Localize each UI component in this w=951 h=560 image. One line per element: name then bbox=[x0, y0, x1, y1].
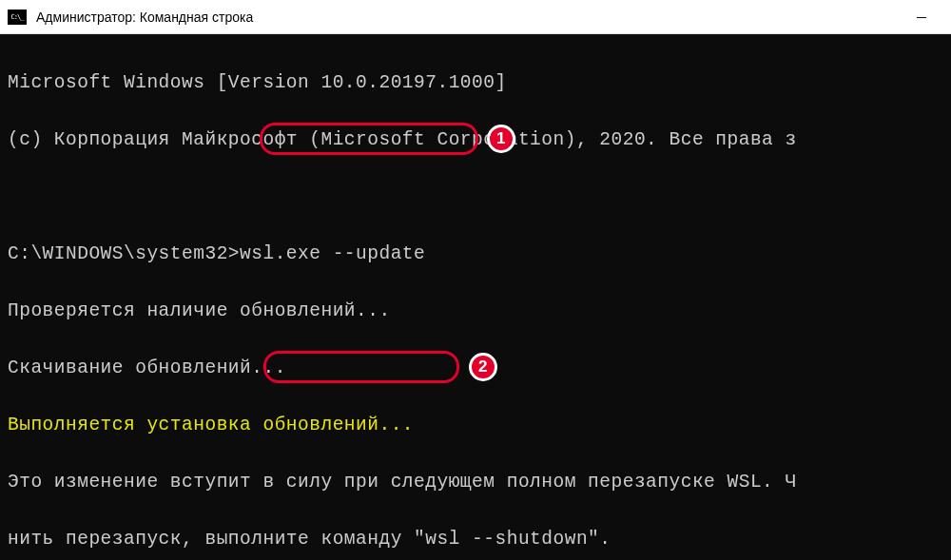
terminal-line: C:\WINDOWS\system32>wsl.exe --update bbox=[8, 240, 943, 268]
terminal-line bbox=[8, 183, 943, 211]
terminal-line: Выполняется установка обновлений... bbox=[8, 411, 943, 439]
terminal-line: Скачивание обновлений... bbox=[8, 354, 943, 382]
terminal-line: Microsoft Windows [Version 10.0.20197.10… bbox=[8, 68, 943, 97]
terminal-line: Проверяется наличие обновлений... bbox=[8, 297, 943, 325]
window-title: Администратор: Командная строка bbox=[36, 10, 253, 25]
window-titlebar: Администратор: Командная строка ─ bbox=[0, 0, 951, 34]
prompt-path: C:\WINDOWS\system32> bbox=[8, 243, 240, 264]
terminal-output[interactable]: Microsoft Windows [Version 10.0.20197.10… bbox=[0, 34, 951, 560]
window-controls: ─ bbox=[900, 2, 943, 32]
minimize-button[interactable]: ─ bbox=[900, 2, 943, 32]
terminal-line: нить перезапуск, выполните команду "wsl … bbox=[8, 525, 943, 553]
terminal-line: Это изменение вступит в силу при следующ… bbox=[8, 468, 943, 496]
cmd-icon bbox=[8, 10, 27, 25]
command-text: wsl.exe --update bbox=[240, 243, 425, 264]
terminal-line: (c) Корпорация Майкрософт (Microsoft Cor… bbox=[8, 126, 943, 154]
